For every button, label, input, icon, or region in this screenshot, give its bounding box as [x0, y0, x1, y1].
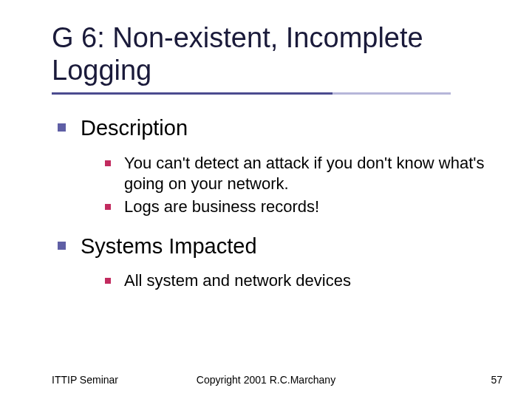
slide-content: Description You can't detect an attack i… [52, 115, 502, 291]
square-bullet-icon [58, 242, 66, 250]
underline-light [332, 92, 451, 95]
section-heading-text: Description [81, 115, 188, 141]
section-items: You can't detect an attack if you don't … [105, 153, 502, 217]
section-heading: Description [58, 115, 502, 141]
footer-page-number: 57 [491, 374, 502, 386]
slide-title: G 6: Non-existent, Incomplete Logging [52, 22, 502, 86]
slide-footer: ITTIP Seminar Copyright 2001 R.C.Marchan… [0, 374, 532, 386]
title-underline [52, 92, 451, 95]
list-item: All system and network devices [105, 270, 502, 291]
footer-left: ITTIP Seminar [52, 374, 118, 386]
section-heading: Systems Impacted [58, 233, 502, 259]
square-bullet-icon [105, 278, 111, 284]
list-item: You can't detect an attack if you don't … [105, 153, 502, 194]
section-items: All system and network devices [105, 270, 502, 291]
list-item-text: All system and network devices [124, 270, 351, 291]
footer-center: Copyright 2001 R.C.Marchany [197, 374, 335, 386]
underline-dark [52, 92, 332, 95]
square-bullet-icon [105, 204, 111, 210]
section-heading-text: Systems Impacted [81, 233, 257, 259]
list-item-text: You can't detect an attack if you don't … [124, 153, 502, 194]
square-bullet-icon [105, 160, 111, 166]
list-item: Logs are business records! [105, 197, 502, 217]
list-item-text: Logs are business records! [124, 197, 319, 217]
square-bullet-icon [58, 123, 66, 132]
slide: G 6: Non-existent, Incomplete Logging De… [0, 0, 532, 399]
